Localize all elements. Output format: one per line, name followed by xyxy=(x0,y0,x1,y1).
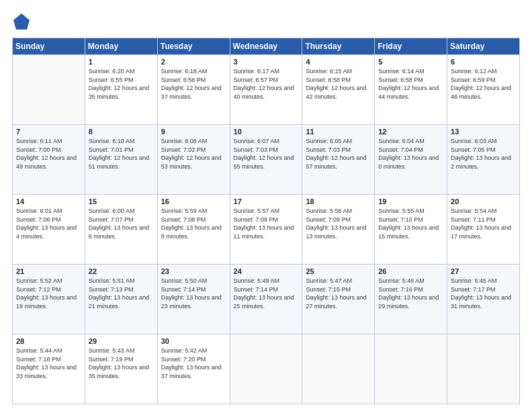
day-number: 25 xyxy=(306,267,371,275)
day-cell: 28Sunrise: 5:44 AMSunset: 7:18 PMDayligh… xyxy=(13,334,85,404)
day-cell: 7Sunrise: 6:11 AMSunset: 7:00 PMDaylight… xyxy=(13,125,85,195)
day-info: Sunrise: 5:49 AMSunset: 7:14 PMDaylight:… xyxy=(234,277,299,310)
day-cell xyxy=(375,334,447,404)
day-cell: 29Sunrise: 5:43 AMSunset: 7:19 PMDayligh… xyxy=(85,334,157,404)
day-cell: 2Sunrise: 6:18 AMSunset: 6:56 PMDaylight… xyxy=(157,55,230,125)
day-number: 11 xyxy=(306,128,371,136)
day-cell: 1Sunrise: 6:20 AMSunset: 6:55 PMDaylight… xyxy=(85,55,157,125)
svg-marker-0 xyxy=(13,13,30,30)
day-info: Sunrise: 5:46 AMSunset: 7:16 PMDaylight:… xyxy=(378,277,443,310)
header-row: SundayMondayTuesdayWednesdayThursdayFrid… xyxy=(13,38,520,55)
day-cell: 16Sunrise: 5:59 AMSunset: 7:08 PMDayligh… xyxy=(157,195,230,265)
day-cell xyxy=(302,334,375,404)
day-number: 14 xyxy=(16,197,81,205)
day-number: 21 xyxy=(16,267,81,275)
day-info: Sunrise: 6:10 AMSunset: 7:01 PMDaylight:… xyxy=(89,137,154,171)
day-number: 26 xyxy=(378,267,443,275)
day-number: 17 xyxy=(234,197,299,205)
day-cell: 22Sunrise: 5:51 AMSunset: 7:13 PMDayligh… xyxy=(85,265,157,334)
day-number: 5 xyxy=(378,58,443,66)
week-row-5: 28Sunrise: 5:44 AMSunset: 7:18 PMDayligh… xyxy=(13,334,520,404)
day-info: Sunrise: 5:42 AMSunset: 7:20 PMDaylight:… xyxy=(161,347,226,380)
day-info: Sunrise: 6:00 AMSunset: 7:07 PMDaylight:… xyxy=(89,207,154,240)
day-cell: 27Sunrise: 5:45 AMSunset: 7:17 PMDayligh… xyxy=(447,265,520,334)
day-cell: 24Sunrise: 5:49 AMSunset: 7:14 PMDayligh… xyxy=(230,265,302,334)
day-info: Sunrise: 6:07 AMSunset: 7:03 PMDaylight:… xyxy=(234,137,299,171)
day-info: Sunrise: 6:08 AMSunset: 7:02 PMDaylight:… xyxy=(161,137,226,171)
day-info: Sunrise: 6:11 AMSunset: 7:00 PMDaylight:… xyxy=(16,137,81,171)
day-number: 29 xyxy=(89,337,154,345)
day-info: Sunrise: 6:18 AMSunset: 6:56 PMDaylight:… xyxy=(161,67,226,101)
day-cell: 5Sunrise: 6:14 AMSunset: 6:58 PMDaylight… xyxy=(375,55,447,125)
calendar-table: SundayMondayTuesdayWednesdayThursdayFrid… xyxy=(12,38,520,404)
day-cell: 4Sunrise: 6:15 AMSunset: 6:58 PMDaylight… xyxy=(302,55,375,125)
day-number: 8 xyxy=(89,128,154,136)
day-info: Sunrise: 5:56 AMSunset: 7:09 PMDaylight:… xyxy=(306,207,371,240)
day-info: Sunrise: 6:05 AMSunset: 7:03 PMDaylight:… xyxy=(306,137,371,171)
day-cell: 6Sunrise: 6:12 AMSunset: 6:59 PMDaylight… xyxy=(447,55,520,125)
day-number: 4 xyxy=(306,58,371,66)
day-info: Sunrise: 5:50 AMSunset: 7:14 PMDaylight:… xyxy=(161,277,226,310)
day-cell: 19Sunrise: 5:55 AMSunset: 7:10 PMDayligh… xyxy=(375,195,447,265)
day-number: 24 xyxy=(234,267,299,275)
column-header-wednesday: Wednesday xyxy=(230,38,302,55)
day-number: 16 xyxy=(161,197,226,205)
day-cell: 23Sunrise: 5:50 AMSunset: 7:14 PMDayligh… xyxy=(157,265,230,334)
day-info: Sunrise: 6:14 AMSunset: 6:58 PMDaylight:… xyxy=(378,67,443,101)
day-cell: 11Sunrise: 6:05 AMSunset: 7:03 PMDayligh… xyxy=(302,125,375,195)
day-cell: 17Sunrise: 5:57 AMSunset: 7:09 PMDayligh… xyxy=(230,195,302,265)
day-cell: 14Sunrise: 6:01 AMSunset: 7:06 PMDayligh… xyxy=(13,195,85,265)
column-header-monday: Monday xyxy=(85,38,157,55)
day-cell: 15Sunrise: 6:00 AMSunset: 7:07 PMDayligh… xyxy=(85,195,157,265)
day-number: 20 xyxy=(451,197,516,205)
day-cell: 20Sunrise: 5:54 AMSunset: 7:11 PMDayligh… xyxy=(447,195,520,265)
logo-icon xyxy=(12,12,31,31)
day-number: 7 xyxy=(16,128,81,136)
day-info: Sunrise: 6:04 AMSunset: 7:04 PMDaylight:… xyxy=(378,137,443,171)
day-info: Sunrise: 6:17 AMSunset: 6:57 PMDaylight:… xyxy=(234,67,299,101)
day-cell xyxy=(13,55,85,125)
day-number: 10 xyxy=(234,128,299,136)
day-info: Sunrise: 6:15 AMSunset: 6:58 PMDaylight:… xyxy=(306,67,371,101)
day-cell: 12Sunrise: 6:04 AMSunset: 7:04 PMDayligh… xyxy=(375,125,447,195)
day-info: Sunrise: 6:03 AMSunset: 7:05 PMDaylight:… xyxy=(451,137,516,171)
day-info: Sunrise: 5:52 AMSunset: 7:12 PMDaylight:… xyxy=(16,277,81,310)
week-row-3: 14Sunrise: 6:01 AMSunset: 7:06 PMDayligh… xyxy=(13,195,520,265)
day-cell: 13Sunrise: 6:03 AMSunset: 7:05 PMDayligh… xyxy=(447,125,520,195)
logo xyxy=(12,12,34,31)
day-cell: 26Sunrise: 5:46 AMSunset: 7:16 PMDayligh… xyxy=(375,265,447,334)
day-info: Sunrise: 5:45 AMSunset: 7:17 PMDaylight:… xyxy=(451,277,516,310)
day-info: Sunrise: 5:43 AMSunset: 7:19 PMDaylight:… xyxy=(89,347,154,380)
day-cell: 9Sunrise: 6:08 AMSunset: 7:02 PMDaylight… xyxy=(157,125,230,195)
day-number: 1 xyxy=(89,58,154,66)
day-number: 2 xyxy=(161,58,226,66)
day-info: Sunrise: 5:47 AMSunset: 7:15 PMDaylight:… xyxy=(306,277,371,310)
day-info: Sunrise: 5:44 AMSunset: 7:18 PMDaylight:… xyxy=(16,347,81,380)
day-cell: 18Sunrise: 5:56 AMSunset: 7:09 PMDayligh… xyxy=(302,195,375,265)
day-number: 30 xyxy=(161,337,226,345)
day-info: Sunrise: 5:55 AMSunset: 7:10 PMDaylight:… xyxy=(378,207,443,240)
week-row-4: 21Sunrise: 5:52 AMSunset: 7:12 PMDayligh… xyxy=(13,265,520,334)
column-header-thursday: Thursday xyxy=(302,38,375,55)
column-header-tuesday: Tuesday xyxy=(157,38,230,55)
day-number: 12 xyxy=(378,128,443,136)
day-info: Sunrise: 6:12 AMSunset: 6:59 PMDaylight:… xyxy=(451,67,516,101)
day-number: 27 xyxy=(451,267,516,275)
day-number: 19 xyxy=(378,197,443,205)
day-number: 23 xyxy=(161,267,226,275)
day-cell xyxy=(230,334,302,404)
week-row-2: 7Sunrise: 6:11 AMSunset: 7:00 PMDaylight… xyxy=(13,125,520,195)
column-header-saturday: Saturday xyxy=(447,38,520,55)
day-number: 9 xyxy=(161,128,226,136)
day-info: Sunrise: 6:20 AMSunset: 6:55 PMDaylight:… xyxy=(89,67,154,101)
day-cell: 3Sunrise: 6:17 AMSunset: 6:57 PMDaylight… xyxy=(230,55,302,125)
day-info: Sunrise: 5:51 AMSunset: 7:13 PMDaylight:… xyxy=(89,277,154,310)
day-info: Sunrise: 6:01 AMSunset: 7:06 PMDaylight:… xyxy=(16,207,81,240)
column-header-sunday: Sunday xyxy=(13,38,85,55)
day-cell: 25Sunrise: 5:47 AMSunset: 7:15 PMDayligh… xyxy=(302,265,375,334)
day-number: 18 xyxy=(306,197,371,205)
column-header-friday: Friday xyxy=(375,38,447,55)
day-info: Sunrise: 5:57 AMSunset: 7:09 PMDaylight:… xyxy=(234,207,299,240)
day-cell: 30Sunrise: 5:42 AMSunset: 7:20 PMDayligh… xyxy=(157,334,230,404)
day-number: 22 xyxy=(89,267,154,275)
